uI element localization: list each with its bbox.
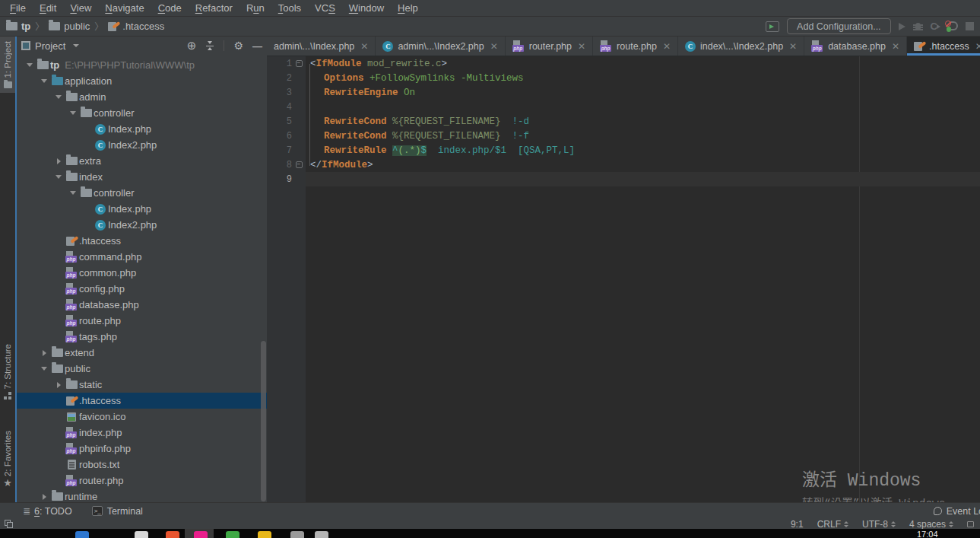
listen-debug-connections-icon[interactable] [945, 21, 958, 32]
tree-item-tp[interactable]: tpE:\PHP\PHPTutorial\WWW\tp [17, 57, 267, 73]
breadcrumb-item[interactable]: .htaccess [108, 21, 164, 32]
menu-edit[interactable]: Edit [33, 1, 63, 15]
tree-item-controller[interactable]: controller [17, 185, 267, 201]
project-tree[interactable]: tpE:\PHP\PHPTutorial\WWW\tp application … [17, 55, 267, 502]
breadcrumb-item[interactable]: public [49, 21, 90, 32]
close-tab-icon[interactable]: ✕ [663, 41, 671, 52]
readonly-lock-icon[interactable] [967, 521, 974, 527]
tree-expand-icon[interactable] [39, 494, 49, 500]
editor-tab[interactable]: Cadmin\...\Index2.php ✕ [376, 37, 505, 56]
tree-expand-icon[interactable] [68, 191, 78, 195]
editor-tab[interactable]: Cindex\...\Index2.php ✕ [678, 37, 804, 56]
close-tab-icon[interactable]: ✕ [360, 41, 368, 52]
todo-tool-window-button[interactable]: ≣ 6: TODO [23, 506, 72, 517]
project-scrollbar[interactable] [261, 341, 266, 501]
gear-icon[interactable]: ⚙ [233, 40, 243, 51]
line-ending-selector[interactable]: CRLF [817, 519, 848, 529]
tree-item-router.php[interactable]: phprouter.php [17, 473, 267, 489]
tree-item-common.php[interactable]: phpcommon.php [17, 265, 267, 281]
fold-marker-icon[interactable]: − [296, 60, 303, 67]
close-tab-icon[interactable]: ✕ [789, 41, 797, 52]
editor-tab[interactable]: admin\...\Index.php ✕ [267, 37, 376, 56]
caret-position[interactable]: 9:1 [791, 519, 804, 529]
close-tab-icon[interactable]: ✕ [975, 41, 980, 52]
tree-item-index.php[interactable]: CIndex.php [17, 201, 267, 217]
tree-item-extra[interactable]: extra [17, 153, 267, 169]
tree-item-.htaccess[interactable]: .htaccess [17, 393, 267, 409]
menu-refactor[interactable]: Refactor [189, 1, 239, 15]
tree-item-controller[interactable]: controller [17, 105, 267, 121]
editor-content[interactable]: 1 − <IfModule mod_rewrite.c> 2 Options +… [267, 56, 980, 502]
tree-item-index.php[interactable]: CIndex.php [17, 121, 267, 137]
menu-view[interactable]: View [63, 1, 98, 15]
menu-help[interactable]: Help [391, 1, 425, 15]
stop-icon[interactable] [966, 22, 974, 30]
taskbar-app-icon[interactable] [315, 531, 328, 538]
tree-item-route.php[interactable]: phproute.php [17, 313, 267, 329]
project-view-selector[interactable]: Project [21, 40, 79, 52]
tree-expand-icon[interactable] [53, 175, 64, 179]
tree-item-application[interactable]: application [17, 73, 267, 89]
collapse-all-icon[interactable] [205, 41, 214, 50]
fold-marker-icon[interactable]: − [296, 161, 303, 168]
run-panel-icon[interactable] [766, 21, 779, 32]
menu-window[interactable]: Window [342, 1, 391, 15]
tree-item-public[interactable]: public [17, 361, 267, 377]
close-tab-icon[interactable]: ✕ [892, 41, 899, 52]
tree-item-favicon.ico[interactable]: favicon.ico [17, 409, 267, 425]
windows-taskbar[interactable]: 17:04 [0, 529, 980, 538]
tree-expand-icon[interactable] [53, 158, 64, 164]
tree-item-command.php[interactable]: phpcommand.php [17, 249, 267, 265]
stripe-structure-button[interactable]: 7: Structure [0, 339, 15, 404]
tree-item-index.php[interactable]: phpindex.php [17, 425, 267, 441]
tree-item-admin[interactable]: admin [17, 89, 267, 105]
taskbar-app-icon[interactable] [194, 531, 208, 538]
tree-item-phpinfo.php[interactable]: phpphpinfo.php [17, 441, 267, 457]
add-configuration-button[interactable]: Add Configuration... [787, 18, 891, 34]
breadcrumb-item[interactable]: tp [6, 21, 30, 32]
editor-tab[interactable]: .htaccess ✕ [907, 37, 980, 56]
tree-item-runtime[interactable]: runtime [17, 489, 267, 502]
tree-item-static[interactable]: static [17, 377, 267, 393]
tree-item-extend[interactable]: extend [17, 345, 267, 361]
menu-tools[interactable]: Tools [271, 1, 308, 15]
editor-tab[interactable]: phprouter.php ✕ [506, 37, 593, 56]
menu-vcs[interactable]: VCS [308, 1, 342, 15]
tree-expand-icon[interactable] [39, 79, 49, 83]
tool-window-switcher-icon[interactable] [5, 520, 14, 529]
run-icon[interactable] [899, 23, 905, 30]
taskbar-app-icon[interactable] [258, 531, 271, 538]
terminal-tool-window-button[interactable]: >_ Terminal [92, 506, 143, 517]
debug-icon[interactable] [913, 21, 923, 31]
tree-item-robots.txt[interactable]: robots.txt [17, 457, 267, 473]
editor-tab[interactable]: phpdatabase.php ✕ [804, 37, 907, 56]
tree-item-config.php[interactable]: phpconfig.php [17, 281, 267, 297]
indent-selector[interactable]: 4 spaces [909, 519, 953, 529]
tree-expand-icon[interactable] [68, 111, 78, 115]
taskbar-app-icon[interactable] [226, 531, 239, 538]
tree-item-database.php[interactable]: phpdatabase.php [17, 297, 267, 313]
tree-expand-icon[interactable] [24, 63, 35, 67]
tree-item-index2.php[interactable]: CIndex2.php [17, 217, 267, 233]
taskbar-app-icon[interactable] [135, 531, 148, 538]
event-log-button[interactable]: Event Log [934, 506, 980, 517]
close-tab-icon[interactable]: ✕ [578, 41, 585, 52]
tree-expand-icon[interactable] [39, 367, 49, 371]
tree-item-index[interactable]: index [17, 169, 267, 185]
tree-item-index2.php[interactable]: CIndex2.php [17, 137, 267, 153]
menu-file[interactable]: File [3, 1, 33, 15]
stripe-project-button[interactable]: 1: Project [0, 37, 15, 93]
encoding-selector[interactable]: UTF-8 [862, 519, 896, 529]
tree-expand-icon[interactable] [39, 350, 49, 356]
taskbar-app-icon[interactable] [75, 531, 89, 538]
editor-tab[interactable]: phproute.php ✕ [593, 37, 678, 56]
close-tab-icon[interactable]: ✕ [490, 41, 498, 52]
locate-file-icon[interactable]: ⊕ [187, 40, 197, 51]
tree-item-.htaccess[interactable]: .htaccess [17, 233, 267, 249]
tree-expand-icon[interactable] [53, 382, 64, 388]
taskbar-app-icon[interactable] [290, 531, 304, 538]
taskbar-app-icon[interactable] [166, 531, 179, 538]
stripe-favorites-button[interactable]: 2: Favorites ★ [0, 426, 15, 492]
menu-code[interactable]: Code [151, 1, 189, 15]
tree-item-tags.php[interactable]: phptags.php [17, 329, 267, 345]
